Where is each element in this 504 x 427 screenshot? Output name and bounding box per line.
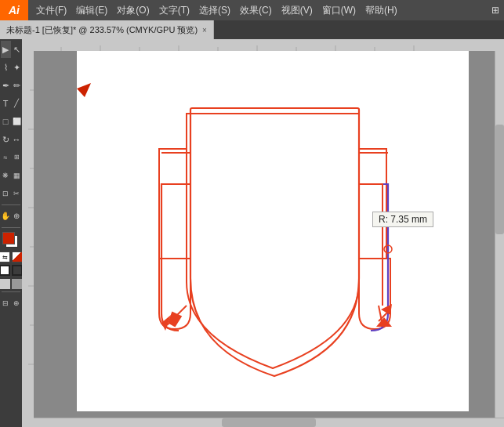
tool-pencil[interactable]: ✏	[12, 77, 22, 94]
tool-pen[interactable]: ✒	[1, 77, 11, 94]
tool-eraser[interactable]: ⬜	[12, 113, 22, 130]
tool-free-transform[interactable]: ⊞	[12, 149, 22, 166]
tool-group-pen: ⌇ ✦	[1, 59, 22, 76]
menu-view[interactable]: 视图(V)	[277, 0, 317, 20]
tool-group-screen: ⊟ ⊕	[1, 295, 22, 312]
toolbar-separator-1	[2, 204, 20, 205]
tool-group-pencil: ✒ ✏	[1, 77, 22, 94]
document-tab[interactable]: 未标题-1 [已恢复]* @ 233.57% (CMYK/GPU 预览) ×	[0, 20, 214, 39]
fill-stroke-area	[0, 265, 22, 276]
tool-artboard[interactable]: ⊡	[1, 185, 11, 202]
tool-graph[interactable]: ▦	[12, 167, 22, 184]
foreground-color-swatch[interactable]	[2, 232, 15, 244]
stroke-indicator[interactable]	[12, 265, 22, 276]
app-logo: Ai	[0, 0, 28, 20]
toolbar-separator-3	[2, 291, 20, 292]
draw-mode-normal[interactable]	[0, 279, 10, 289]
menu-text[interactable]: 文字(T)	[154, 0, 194, 20]
tab-bar: 未标题-1 [已恢复]* @ 233.57% (CMYK/GPU 预览) ×	[0, 20, 504, 39]
tool-direct-select[interactable]: ↖	[12, 41, 22, 58]
tool-zoom[interactable]: ⊕	[12, 208, 22, 225]
zoom-control[interactable]: ⊕	[12, 295, 22, 312]
tool-group-select: ▶ ↖	[1, 41, 22, 58]
tool-rect[interactable]: □	[1, 113, 11, 130]
horizontal-scrollbar[interactable]	[34, 418, 504, 427]
svg-rect-0	[22, 39, 504, 51]
menu-edit[interactable]: 编辑(E)	[71, 0, 112, 20]
menu-grid[interactable]: ⊞	[487, 0, 504, 20]
radius-tooltip: R: 7.35 mm	[372, 212, 433, 227]
tool-group-rotate: ↻ ↔	[1, 131, 22, 148]
tool-scale[interactable]: ↔	[12, 131, 22, 148]
svg-rect-11	[22, 51, 34, 427]
draw-mode-behind[interactable]	[12, 279, 22, 289]
canvas-background	[77, 51, 469, 411]
menu-effect[interactable]: 效果(C)	[235, 0, 277, 20]
fill-indicator[interactable]	[0, 265, 10, 276]
ruler-vertical	[22, 51, 34, 427]
tool-group-shape: □ ⬜	[1, 113, 22, 130]
canvas-area: R: 7.35 mm	[22, 39, 504, 427]
menu-object[interactable]: 对象(O)	[112, 0, 154, 20]
menu-file[interactable]: 文件(F)	[31, 0, 71, 20]
toolbar: ▶ ↖ ⌇ ✦ ✒ ✏ T ╱ □ ⬜ ↻ ↔ ≈ ⊞	[0, 39, 22, 427]
view-mode-area	[0, 279, 22, 289]
menu-select[interactable]: 选择(S)	[194, 0, 235, 20]
tool-magic-wand[interactable]: ✦	[12, 59, 22, 76]
radius-label: R: 7.35 mm	[379, 214, 427, 225]
tool-group-warp: ≈ ⊞	[1, 149, 22, 166]
menu-help[interactable]: 帮助(H)	[361, 0, 402, 20]
color-swatch-area	[2, 232, 20, 249]
screen-mode-button[interactable]: ⊟	[1, 295, 11, 312]
main-area: ▶ ↖ ⌇ ✦ ✒ ✏ T ╱ □ ⬜ ↻ ↔ ≈ ⊞	[0, 39, 504, 427]
tool-symbol[interactable]: ❋	[1, 167, 11, 184]
menu-bar: 文件(F) 编辑(E) 对象(O) 文字(T) 选择(S) 效果(C) 视图(V…	[28, 0, 504, 20]
tab-close-button[interactable]: ×	[202, 26, 207, 34]
tool-group-text: T ╱	[1, 95, 22, 112]
none-swap-area: ⇆	[0, 251, 22, 262]
toolbar-separator-2	[2, 227, 20, 228]
tool-select[interactable]: ▶	[1, 41, 11, 58]
menu-window[interactable]: 窗口(W)	[317, 0, 361, 20]
tool-line[interactable]: ╱	[12, 95, 22, 112]
title-bar: Ai 文件(F) 编辑(E) 对象(O) 文字(T) 选择(S) 效果(C) 视…	[0, 0, 504, 20]
tool-hand[interactable]: ✋	[1, 208, 11, 225]
tool-rotate[interactable]: ↻	[1, 131, 11, 148]
tab-title: 未标题-1 [已恢复]* @ 233.57% (CMYK/GPU 预览)	[6, 24, 198, 36]
tool-lasso[interactable]: ⌇	[1, 59, 11, 76]
tool-group-hand: ✋ ⊕	[1, 208, 22, 225]
swap-colors-button[interactable]: ⇆	[0, 251, 10, 262]
tool-warp[interactable]: ≈	[1, 149, 11, 166]
ruler-horizontal	[22, 39, 504, 51]
vertical-scrollbar[interactable]	[495, 51, 504, 418]
tool-slice[interactable]: ✂	[12, 185, 22, 202]
tool-group-symbol: ❋ ▦	[1, 167, 22, 184]
tool-text[interactable]: T	[1, 95, 11, 112]
tool-group-artboard: ⊡ ✂	[1, 185, 22, 202]
none-swatch[interactable]	[12, 251, 22, 262]
